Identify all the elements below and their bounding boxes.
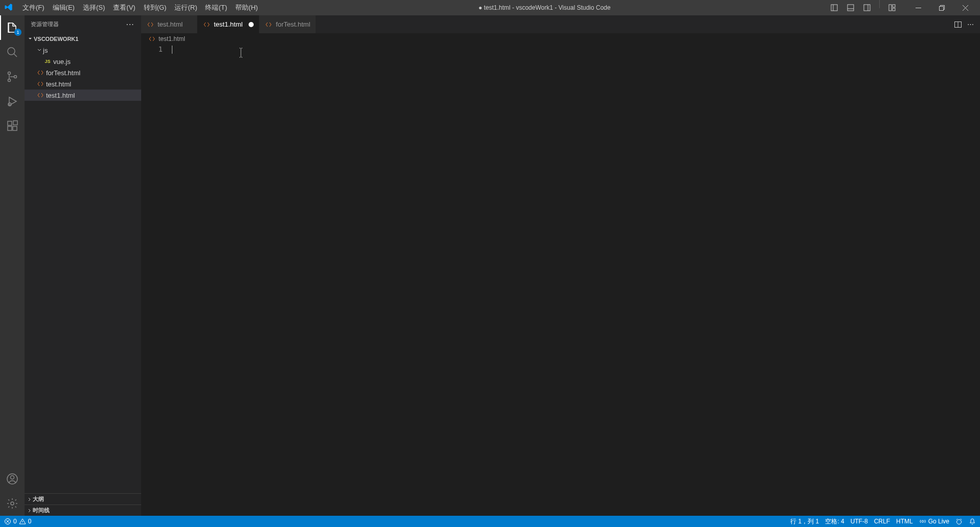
extensions-activity-icon[interactable] [0, 114, 25, 138]
split-editor-icon[interactable] [954, 20, 962, 29]
tab-test1[interactable]: test1.html [197, 15, 259, 33]
minimize-button[interactable] [907, 0, 929, 15]
folder-label: js [43, 47, 48, 54]
layout-panel-icon[interactable] [843, 0, 858, 15]
svg-point-16 [8, 79, 11, 82]
sidebar-explorer: 资源管理器 ⋯ VSCODEWORK1 js JS vue.js [25, 15, 141, 516]
status-notifications-icon[interactable] [969, 518, 976, 525]
menu-terminal[interactable]: 终端(T) [201, 0, 231, 15]
svg-rect-21 [13, 126, 17, 130]
file-label: test1.html [46, 92, 75, 99]
maximize-button[interactable] [931, 0, 952, 15]
settings-activity-icon[interactable] [0, 491, 25, 516]
svg-point-17 [14, 76, 17, 78]
svg-rect-9 [916, 8, 921, 8]
chevron-down-icon [27, 36, 34, 42]
code-line[interactable] [172, 45, 980, 54]
svg-point-33 [957, 520, 962, 524]
file-label: forTest.html [46, 69, 80, 77]
js-file-icon: JS [43, 59, 52, 64]
menu-go[interactable]: 转到(G) [140, 0, 171, 15]
html-file-icon [203, 21, 211, 28]
svg-rect-10 [939, 6, 943, 10]
layout-sidebar-left-icon[interactable] [827, 0, 841, 15]
timeline-section[interactable]: 时间线 [25, 504, 141, 516]
main-area: 1 资源管理器 ⋯ [0, 15, 980, 516]
chevron-right-icon [27, 508, 33, 514]
tab-label: test1.html [214, 20, 242, 28]
outline-label: 大纲 [33, 495, 44, 503]
svg-rect-7 [893, 5, 895, 7]
svg-rect-6 [889, 5, 892, 11]
explorer-badge: 1 [14, 29, 21, 36]
layout-sidebar-right-icon[interactable] [860, 0, 874, 15]
chevron-down-icon [36, 47, 43, 53]
workspace-root-label: VSCODEWORK1 [34, 36, 78, 42]
line-gutter: 1 [141, 45, 172, 516]
menu-edit[interactable]: 编辑(E) [49, 0, 79, 15]
dirty-indicator-icon [249, 22, 254, 27]
tab-actions: ⋯ [949, 15, 980, 33]
html-file-icon [36, 80, 45, 87]
file-test1[interactable]: test1.html [25, 90, 141, 101]
menu-file[interactable]: 文件(F) [18, 0, 49, 15]
status-problems[interactable]: 0 0 [4, 518, 31, 525]
tab-label: test.html [158, 20, 183, 28]
svg-rect-0 [831, 5, 837, 11]
svg-rect-19 [8, 121, 12, 125]
status-encoding[interactable]: UTF-8 [851, 518, 868, 525]
file-fortest[interactable]: forTest.html [25, 67, 141, 78]
window-title: ● test1.html - vscodeWork1 - Visual Stud… [262, 4, 827, 11]
status-lang[interactable]: HTML [896, 518, 913, 525]
status-eol[interactable]: CRLF [874, 518, 890, 525]
breadcrumb[interactable]: test1.html [141, 33, 980, 45]
menu-select[interactable]: 选择(S) [79, 0, 109, 15]
file-label: vue.js [53, 58, 71, 65]
close-button[interactable] [954, 0, 976, 15]
svg-line-14 [14, 54, 17, 57]
more-actions-icon[interactable]: ⋯ [967, 20, 975, 28]
sidebar-more-icon[interactable]: ⋯ [126, 19, 135, 29]
timeline-label: 时间线 [33, 507, 50, 514]
folder-js[interactable]: js [25, 45, 141, 56]
warning-count: 0 [28, 518, 32, 525]
svg-rect-4 [864, 5, 870, 11]
code-area[interactable] [172, 45, 980, 516]
status-lncol[interactable]: 行 1，列 1 [790, 517, 819, 526]
editor-body[interactable]: 1 [141, 45, 980, 516]
menu-view[interactable]: 查看(V) [109, 0, 139, 15]
file-vuejs[interactable]: JS vue.js [25, 56, 141, 67]
status-feedback-icon[interactable] [955, 518, 963, 525]
svg-point-13 [8, 48, 15, 55]
workspace-root-header[interactable]: VSCODEWORK1 [25, 33, 141, 45]
sidebar-title-label: 资源管理器 [31, 20, 59, 28]
html-file-icon [146, 21, 154, 28]
tabs-row: test.html test1.html forTest.html ⋯ [141, 15, 980, 33]
file-tree: js JS vue.js forTest.html test.html [25, 45, 141, 493]
outline-section[interactable]: 大纲 [25, 493, 141, 504]
status-spaces[interactable]: 空格: 4 [825, 517, 844, 526]
status-golive[interactable]: Go Live [919, 518, 949, 525]
i-beam-cursor-icon [238, 48, 243, 58]
source-control-activity-icon[interactable] [0, 64, 25, 89]
html-file-icon [36, 92, 45, 99]
line-number: 1 [141, 45, 163, 54]
tab-label: forTest.html [276, 20, 310, 28]
editor-area: test.html test1.html forTest.html ⋯ [141, 15, 980, 516]
menu-help[interactable]: 帮助(H) [231, 0, 262, 15]
svg-point-32 [922, 520, 924, 522]
search-activity-icon[interactable] [0, 40, 25, 64]
run-debug-activity-icon[interactable] [0, 89, 25, 114]
file-test[interactable]: test.html [25, 78, 141, 90]
customize-layout-icon[interactable] [885, 0, 899, 15]
tab-fortest[interactable]: forTest.html [259, 15, 316, 33]
html-file-icon [148, 35, 155, 42]
text-cursor [172, 46, 172, 54]
menu-run[interactable]: 运行(R) [170, 0, 201, 15]
breadcrumb-item: test1.html [159, 35, 185, 42]
svg-rect-2 [848, 5, 854, 11]
explorer-activity-icon[interactable]: 1 [0, 15, 25, 40]
accounts-activity-icon[interactable] [0, 467, 25, 491]
svg-point-15 [8, 72, 11, 75]
tab-test[interactable]: test.html [141, 15, 197, 33]
